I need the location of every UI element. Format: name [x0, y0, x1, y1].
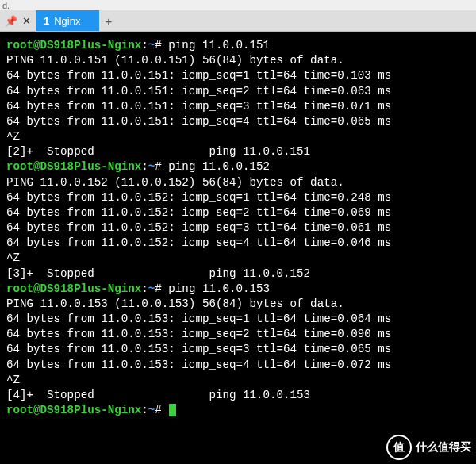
ping-reply: 64 bytes from 11.0.0.152: icmp_seq=3 ttl… [6, 221, 391, 234]
tab-title: Nginx [54, 15, 80, 27]
ping-header: PING 11.0.0.152 (11.0.0.152) 56(84) byte… [6, 176, 344, 189]
prompt-user: root@DS918Plus-Nginx [6, 39, 141, 52]
suspend-signal: ^Z [6, 374, 20, 386]
ping-reply: 64 bytes from 11.0.0.152: icmp_seq=4 ttl… [6, 236, 391, 249]
ping-reply: 64 bytes from 11.0.0.153: icmp_seq=2 ttl… [6, 328, 391, 340]
prompt-user: root@DS918Plus-Nginx [6, 282, 141, 295]
ping-reply: 64 bytes from 11.0.0.151: icmp_seq=4 ttl… [6, 115, 391, 128]
stopped-line: [3]+ Stopped ping 11.0.0.152 [6, 267, 310, 280]
watermark: 值 什么值得买 [386, 435, 471, 460]
command-text: ping 11.0.0.151 [168, 39, 270, 52]
watermark-text: 什么值得买 [416, 440, 471, 454]
titlebar-text: d. [2, 1, 10, 10]
tab-strip: 📌 ✕ 1 Nginx + [0, 10, 476, 32]
ping-header: PING 11.0.0.151 (11.0.0.151) 56(84) byte… [6, 54, 344, 67]
pin-icon[interactable]: 📌 [5, 15, 17, 27]
stopped-line: [4]+ Stopped ping 11.0.0.153 [6, 389, 310, 401]
add-tab-button[interactable]: + [99, 10, 118, 31]
close-icon[interactable]: ✕ [22, 15, 31, 27]
prompt-user: root@DS918Plus-Nginx [6, 160, 141, 173]
ping-reply: 64 bytes from 11.0.0.152: icmp_seq=2 ttl… [6, 206, 391, 219]
cursor [169, 404, 176, 416]
terminal-output[interactable]: root@DS918Plus-Nginx:~# ping 11.0.0.151 … [0, 32, 476, 464]
ping-reply: 64 bytes from 11.0.0.151: icmp_seq=1 ttl… [6, 69, 391, 82]
watermark-badge: 值 [386, 435, 412, 460]
tab-index: 1 [44, 15, 49, 27]
ping-reply: 64 bytes from 11.0.0.153: icmp_seq=1 ttl… [6, 313, 391, 325]
tab-nginx[interactable]: 1 Nginx [36, 10, 99, 31]
ping-reply: 64 bytes from 11.0.0.153: icmp_seq=3 ttl… [6, 343, 391, 355]
stopped-line: [2]+ Stopped ping 11.0.0.151 [6, 145, 310, 158]
ping-header: PING 11.0.0.153 (11.0.0.153) 56(84) byte… [6, 297, 344, 310]
ping-reply: 64 bytes from 11.0.0.151: icmp_seq=2 ttl… [6, 85, 391, 98]
command-text: ping 11.0.0.153 [168, 282, 270, 295]
titlebar-fragment: d. [0, 0, 476, 10]
ping-reply: 64 bytes from 11.0.0.151: icmp_seq=3 ttl… [6, 100, 391, 113]
command-text: ping 11.0.0.152 [168, 160, 270, 173]
prompt-user: root@DS918Plus-Nginx [6, 404, 141, 416]
tab-controls: 📌 ✕ [0, 10, 36, 31]
suspend-signal: ^Z [6, 251, 20, 264]
plus-icon: + [106, 14, 113, 28]
ping-reply: 64 bytes from 11.0.0.153: icmp_seq=4 ttl… [6, 359, 391, 371]
ping-reply: 64 bytes from 11.0.0.152: icmp_seq=1 ttl… [6, 191, 391, 204]
suspend-signal: ^Z [6, 130, 20, 143]
